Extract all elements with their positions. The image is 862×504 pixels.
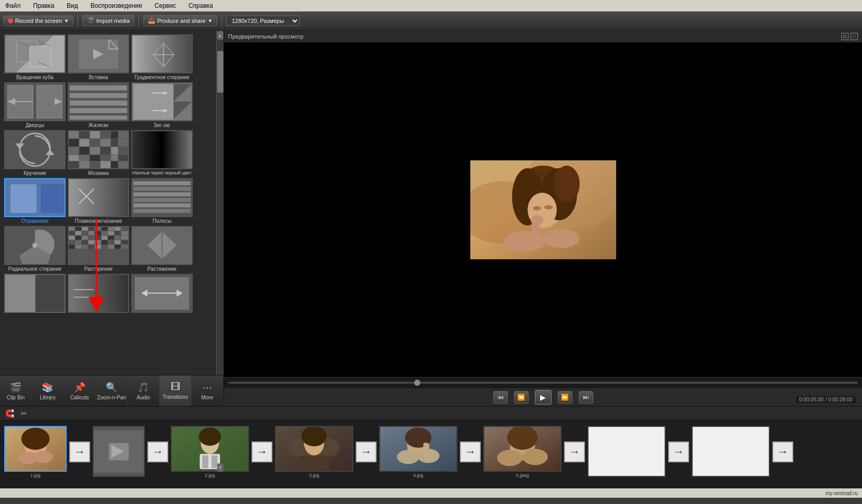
preview-restore-button[interactable]: ⊡ (841, 33, 848, 40)
transition-stripes[interactable]: Полосы (131, 178, 193, 224)
timeline-transition-3[interactable]: → (249, 426, 275, 478)
fast-forward-button[interactable]: ⏩ (558, 391, 572, 404)
transition-arrow-3[interactable]: → (252, 442, 272, 462)
produce-dropdown-icon[interactable]: ▼ (208, 18, 213, 23)
preview-area (224, 43, 862, 377)
timeline-clip-1[interactable]: 1.jpg (4, 426, 67, 478)
menu-view[interactable]: Вид (64, 1, 81, 10)
svg-rect-116 (95, 240, 101, 244)
clip-thumb-3[interactable] (171, 426, 249, 472)
transition-disperse[interactable]: Расторение (68, 226, 129, 272)
timeline-clip-2[interactable] (93, 426, 145, 478)
svg-rect-41 (101, 131, 110, 138)
timeline-transition-8[interactable]: → (770, 426, 796, 478)
svg-point-187 (497, 449, 522, 465)
skip-to-start-button[interactable]: ⏮ (493, 391, 508, 404)
transition-radial[interactable]: Радиальное стирание (4, 226, 66, 272)
tab-callouts[interactable]: 📌 Callouts (64, 375, 96, 406)
transition-doors[interactable]: Дверцы (4, 82, 66, 128)
resolution-select[interactable]: 1280x720, Размеры 1920x1080, Размеры 640… (226, 16, 299, 26)
timeline-clip-4[interactable]: 3.jpg (275, 426, 353, 478)
play-button[interactable]: ▶ (535, 390, 552, 405)
clip-thumb-2[interactable] (93, 426, 145, 477)
transition-zigzag[interactable]: Зиг-заг (131, 82, 193, 128)
transition-partial3[interactable] (131, 274, 193, 313)
svg-rect-80 (133, 204, 191, 208)
svg-rect-38 (69, 131, 79, 138)
svg-rect-112 (69, 240, 75, 244)
timeline-transition-4[interactable]: → (353, 426, 379, 478)
timeline-clip-3[interactable]: 2.jpg (171, 426, 249, 478)
transition-arrow-6[interactable]: → (564, 442, 585, 462)
tab-zoom-pan[interactable]: 🔍 Zoom-n-Pan (96, 375, 128, 406)
skip-to-end-button[interactable]: ⏭ (579, 391, 593, 404)
tab-library[interactable]: 📚 Library (32, 375, 64, 406)
library-icon: 📚 (42, 382, 53, 393)
timeline-clip-7[interactable] (588, 426, 666, 478)
transition-smooth-fade[interactable]: Плавное исчезание (68, 178, 129, 224)
svg-point-176 (302, 427, 327, 446)
transition-gradient[interactable]: Градиентное стирание (131, 34, 193, 80)
transition-partial2[interactable] (68, 274, 129, 313)
clip-thumb-8[interactable] (692, 426, 770, 477)
more-icon: ⋯ (203, 382, 212, 393)
progress-track[interactable] (228, 382, 858, 384)
menu-file[interactable]: Файл (2, 1, 24, 10)
produce-button[interactable]: 📤 Produce and share ▼ (143, 15, 217, 26)
clip-thumb-1[interactable] (4, 426, 67, 472)
tab-clip-bin[interactable]: 🎬 Clip Bin (0, 375, 32, 406)
left-panel: Вращение куба (0, 30, 224, 406)
tab-transitions[interactable]: 🎞 Transitions (159, 375, 191, 406)
transition-arrow-2[interactable]: → (147, 442, 168, 462)
magnet-tool-button[interactable]: 🧲 (4, 408, 15, 419)
timeline-clip-8[interactable] (692, 426, 770, 478)
rewind-button[interactable]: ⏪ (514, 391, 529, 404)
transition-cube[interactable]: Вращение куба (4, 34, 66, 80)
progress-knob[interactable] (414, 380, 420, 386)
transition-arrow-1[interactable]: → (69, 442, 90, 462)
timeline-clip-6[interactable]: 5.jpeg (483, 426, 561, 478)
scissors-tool-button[interactable]: ✂ (19, 408, 29, 419)
tab-more[interactable]: ⋯ More (192, 375, 223, 406)
transitions-scrollbar[interactable]: ▲ ▼ (216, 30, 223, 375)
record-button[interactable]: Record the screen ▼ (3, 16, 73, 26)
record-dropdown-icon[interactable]: ▼ (64, 18, 69, 23)
transition-stretch[interactable]: Растяжение (131, 226, 193, 272)
import-button[interactable]: 🎬 Import media (82, 15, 134, 26)
menu-playback[interactable]: Воспроизведение (88, 1, 145, 10)
preview-maximize-button[interactable]: □ (851, 33, 858, 40)
scroll-thumb[interactable] (217, 51, 223, 93)
record-label: Record the screen (15, 18, 62, 24)
transition-partial1[interactable] (4, 274, 66, 313)
timeline-clip-5[interactable]: 4.jpg (379, 426, 457, 478)
timeline-transition-6[interactable]: → (561, 426, 588, 478)
transition-arrow-7[interactable]: → (668, 442, 689, 462)
transition-arrow-4[interactable]: → (356, 442, 377, 462)
clip-thumb-5[interactable] (379, 426, 457, 472)
transition-reflection[interactable]: Отражение (4, 178, 66, 224)
svg-rect-134 (5, 274, 35, 312)
transition-blinds[interactable]: Жалюзи (68, 82, 129, 128)
timeline-transition-2[interactable]: → (145, 426, 171, 478)
svg-rect-89 (95, 226, 101, 231)
clip-thumb-6[interactable] (483, 426, 561, 472)
timeline-transition-1[interactable]: → (67, 426, 93, 478)
clip-thumb-7[interactable] (588, 426, 666, 477)
svg-rect-109 (108, 236, 114, 240)
timeline-transition-5[interactable]: → (457, 426, 483, 478)
menu-help[interactable]: Справка (185, 1, 216, 10)
transition-rotation[interactable]: Кручение (4, 130, 66, 176)
preview-progress-bar[interactable] (224, 377, 862, 387)
svg-rect-85 (69, 226, 75, 231)
transition-arrow-5[interactable]: → (460, 442, 481, 462)
transition-arrow-8[interactable]: → (772, 442, 793, 462)
transition-mosaic[interactable]: Мозаика (68, 130, 129, 176)
transition-insert[interactable]: Вставка (68, 34, 129, 80)
menu-edit[interactable]: Правка (30, 1, 58, 10)
clip-thumb-4[interactable] (275, 426, 353, 472)
transition-overlay-black[interactable]: Наплыв через черный цвет (131, 130, 193, 176)
timeline-transition-7[interactable]: → (666, 426, 692, 478)
tab-audio[interactable]: 🎵 Audio (128, 375, 159, 406)
menu-service[interactable]: Сервис (152, 1, 179, 10)
svg-rect-78 (133, 192, 191, 196)
